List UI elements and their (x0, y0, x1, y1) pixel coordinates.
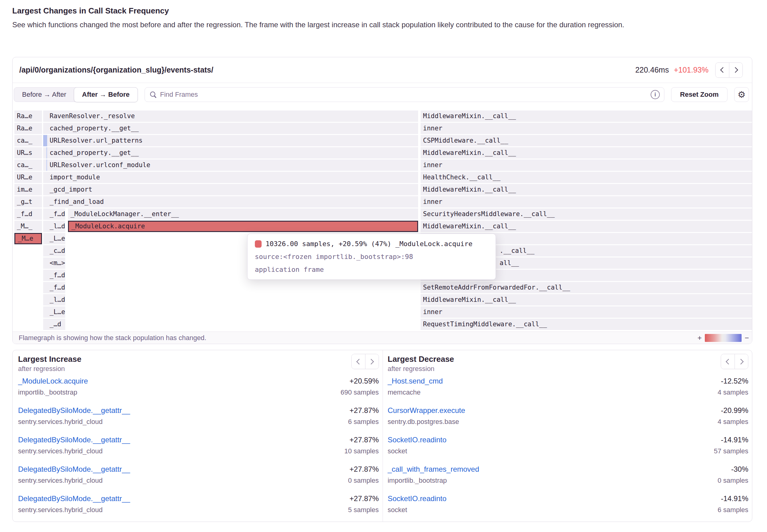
sample-count: 0 samples (348, 476, 378, 485)
flame-frame[interactable]: cached_property.__get__ (47, 123, 418, 134)
toggle-before-after[interactable]: Before → After (14, 88, 74, 102)
page-title: Largest Changes in Call Stack Frequency (12, 6, 169, 16)
change-info: -30% 0 samples (718, 465, 748, 485)
flame-frame[interactable]: _c…d (47, 245, 65, 257)
module-name: importlib._bootstrap (18, 388, 88, 397)
search-icon (150, 91, 156, 98)
flame-frame[interactable]: cached_property.__get__ (47, 147, 418, 159)
flame-frame[interactable]: RequestTimingMiddleware.__call__ (421, 319, 752, 330)
flame-frame[interactable]: _f…d (47, 270, 65, 281)
chevron-left-icon (720, 67, 726, 73)
function-link[interactable]: _call_with_frames_removed (388, 465, 480, 474)
function-change-row: DelegatedBySiloMode.__getattr__ sentry.s… (18, 465, 379, 485)
function-link[interactable]: DelegatedBySiloMode.__getattr__ (18, 465, 130, 474)
function-info: DelegatedBySiloMode.__getattr__ sentry.s… (18, 435, 130, 455)
function-link[interactable]: DelegatedBySiloMode.__getattr__ (18, 494, 130, 503)
flame-frame[interactable]: inner (421, 196, 752, 208)
flame-frame[interactable]: MiddlewareMixin.__call__ (421, 147, 752, 159)
chevron-left-icon (726, 359, 731, 364)
flame-frame[interactable]: _…d (47, 319, 65, 330)
function-link[interactable]: SocketIO.readinto (388, 435, 447, 444)
flame-frame[interactable]: _f…d (47, 208, 65, 220)
settings-button[interactable]: ⚙ (734, 87, 749, 102)
flame-frame[interactable]: inner (421, 159, 752, 171)
function-link[interactable]: SocketIO.readinto (388, 494, 447, 503)
change-info: +27.87% 5 samples (348, 494, 378, 514)
change-percent: -20.99% (718, 406, 748, 415)
flame-frame[interactable]: Ra…e (14, 111, 42, 122)
flame-frame[interactable]: _l…d (47, 221, 65, 232)
sample-count: 6 samples (348, 418, 378, 426)
flame-frame[interactable]: ca…_ (14, 135, 42, 146)
sample-count: 5 samples (348, 506, 378, 514)
flame-frame[interactable]: MiddlewareMixin.__call__ (421, 184, 752, 195)
reset-zoom-button[interactable]: Reset Zoom (671, 87, 728, 102)
change-percent: -30% (718, 465, 748, 474)
flame-frame[interactable]: SetRemoteAddrFromForwardedFor.__call__ (421, 282, 752, 293)
flame-frame[interactable]: URLResolver.url_patterns (47, 135, 418, 146)
increase-prev-button[interactable] (351, 354, 365, 369)
section-title: Largest Increase (18, 354, 379, 364)
change-info: +27.87% 6 samples (348, 406, 378, 426)
flamegraph: Ra…eRa…eca…_UR…sca…_UR…eim…e_g…t_f…d_M…_… (13, 111, 752, 332)
section-subtitle: after regression (18, 364, 379, 373)
flamegraph-toolbar: Before → After After → Before i Reset Zo… (13, 83, 752, 111)
find-frames-search[interactable]: i (145, 87, 665, 102)
flame-frame[interactable]: _L…e (47, 306, 65, 318)
flame-frame[interactable]: _f…d (14, 208, 42, 220)
flame-frame[interactable]: UR…s (14, 147, 42, 159)
function-link[interactable]: DelegatedBySiloMode.__getattr__ (18, 406, 130, 415)
flame-frame[interactable]: inner (421, 306, 752, 318)
function-link[interactable]: CursorWrapper.execute (388, 406, 465, 415)
flame-frame[interactable]: _ModuleLockManager.__enter__ (68, 208, 418, 220)
change-percent: +27.87% (348, 406, 378, 415)
flame-frame[interactable]: _f…d (47, 282, 65, 293)
flame-frame[interactable]: <m…> (47, 257, 65, 269)
search-input[interactable] (160, 91, 647, 99)
flame-frame[interactable]: Ra…e (14, 123, 42, 134)
module-name: socket (388, 506, 447, 514)
page-description: See which functions changed the most bef… (12, 18, 738, 31)
flame-frame[interactable]: SecurityHeadersMiddleware.__call__ (421, 208, 752, 220)
sample-count: 57 samples (714, 447, 748, 455)
flame-frame[interactable]: _l…d (47, 294, 65, 305)
decrease-prev-button[interactable] (721, 354, 735, 369)
flame-frame[interactable]: RavenResolver._resolve (47, 111, 418, 122)
flame-frame[interactable]: _find_and_load (47, 196, 418, 208)
flame-frame[interactable]: URLResolver.urlconf_module (47, 159, 418, 171)
function-link[interactable]: _Host.send_cmd (388, 377, 443, 386)
flame-column-roots: Ra…eRa…eca…_UR…sca…_UR…eim…e_g…t_f…d_M…_… (14, 111, 42, 332)
flame-frame[interactable]: HealthCheck.__call__ (421, 172, 752, 183)
function-info: DelegatedBySiloMode.__getattr__ sentry.s… (18, 406, 130, 426)
flame-frame[interactable]: CSPMiddleware.__call__ (421, 135, 752, 146)
info-icon[interactable]: i (651, 90, 660, 99)
prev-endpoint-button[interactable] (716, 63, 729, 77)
flame-frame[interactable]: ca…_ (14, 159, 42, 171)
function-change-row: SocketIO.readinto socket -14.91% 57 samp… (388, 435, 749, 455)
flame-frame[interactable]: _M…_ (14, 221, 42, 232)
increase-next-button[interactable] (365, 354, 378, 369)
largest-increase-section: Largest Increase after regression _Modul… (13, 350, 382, 522)
toggle-after-before[interactable]: After → Before (74, 87, 138, 102)
decrease-next-button[interactable] (735, 354, 748, 369)
flame-frame[interactable]: _ModuleLock.acquire (68, 221, 418, 232)
sample-count: 4 samples (718, 388, 748, 397)
flame-frame[interactable]: _M…e (14, 233, 42, 244)
function-link[interactable]: _ModuleLock.acquire (18, 377, 88, 386)
change-percent: +27.87% (348, 494, 378, 503)
flame-frame[interactable]: UR…e (14, 172, 42, 183)
flame-frame[interactable]: MiddlewareMixin.__call__ (421, 294, 752, 305)
function-link[interactable]: DelegatedBySiloMode.__getattr__ (18, 435, 130, 444)
flame-frame[interactable]: MiddlewareMixin.__call__ (421, 221, 752, 232)
flame-frame[interactable]: im…e (14, 184, 42, 195)
flame-frame[interactable]: _L…e (47, 233, 65, 244)
flame-frame[interactable]: inner (421, 123, 752, 134)
module-name: sentry.services.hybrid_cloud (18, 476, 130, 485)
flame-column-before: RavenResolver._resolvecached_property.__… (47, 111, 418, 332)
function-info: CursorWrapper.execute sentry.db.postgres… (388, 406, 465, 426)
next-endpoint-button[interactable] (729, 63, 743, 77)
flame-frame[interactable]: _gcd_import (47, 184, 418, 195)
flame-frame[interactable]: _g…t (14, 196, 42, 208)
flame-frame[interactable]: import_module (47, 172, 418, 183)
flame-frame[interactable]: MiddlewareMixin.__call__ (421, 111, 752, 122)
